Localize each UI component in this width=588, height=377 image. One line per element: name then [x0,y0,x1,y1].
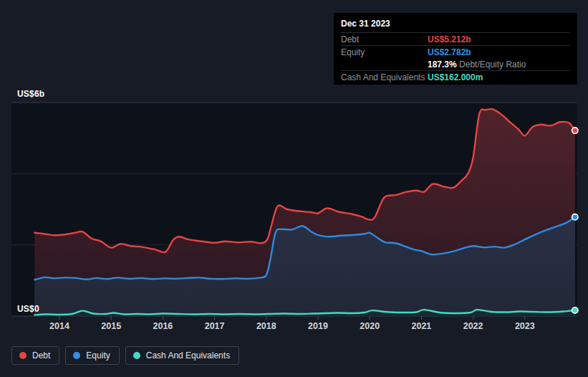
debt-equity-history-panel: 2014201520162017201820192020202120222023… [0,0,588,377]
legend-item-label: Equity [86,350,110,361]
tooltip-ratio-value: 187.3% Debt/Equity Ratio [428,59,526,70]
svg-text:2014: 2014 [49,321,69,331]
legend-item-label: Cash And Equivalents [146,350,230,361]
tooltip-row-debt: Debt US$5.212b [341,33,570,46]
equity-series-dot-icon [73,352,80,359]
svg-text:2021: 2021 [411,321,431,331]
svg-text:2022: 2022 [463,321,483,331]
tooltip-equity-label: Equity [341,47,428,57]
tooltip-cash-value: US$162.000m [428,72,483,82]
tooltip-row-cash: Cash And Equivalents US$162.000m [341,71,570,83]
cash-series-dot-icon [133,352,140,359]
svg-text:2017: 2017 [205,321,225,331]
legend-item-debt[interactable]: Debt [11,346,59,365]
svg-text:2023: 2023 [515,321,535,331]
tooltip-debt-value: US$5.212b [428,34,471,44]
svg-text:2016: 2016 [153,321,173,331]
svg-text:2015: 2015 [101,321,121,331]
debt-series-dot-icon [19,352,26,359]
svg-text:2020: 2020 [360,321,380,331]
tooltip-debt-label: Debt [341,34,428,44]
tooltip-date: Dec 31 2023 [341,16,570,33]
tooltip-equity-value: US$2.782b [428,47,471,57]
chart-legend: Debt Equity Cash And Equivalents [11,346,239,365]
y-axis-label-top: US$6b [17,89,44,99]
chart-tooltip: Dec 31 2023 Debt US$5.212b Equity US$2.7… [334,13,577,85]
tooltip-row-equity: Equity US$2.782b [341,46,570,58]
y-axis-label-bottom: US$0 [17,304,39,314]
tooltip-ratio-label: Debt/Equity Ratio [459,59,526,70]
legend-item-cash[interactable]: Cash And Equivalents [125,346,239,365]
legend-item-equity[interactable]: Equity [65,346,119,365]
tooltip-row-ratio: 187.3% Debt/Equity Ratio [341,58,570,71]
tooltip-cash-label: Cash And Equivalents [341,72,428,82]
svg-text:2018: 2018 [256,321,276,331]
svg-text:2019: 2019 [308,321,328,331]
legend-item-label: Debt [32,350,50,361]
